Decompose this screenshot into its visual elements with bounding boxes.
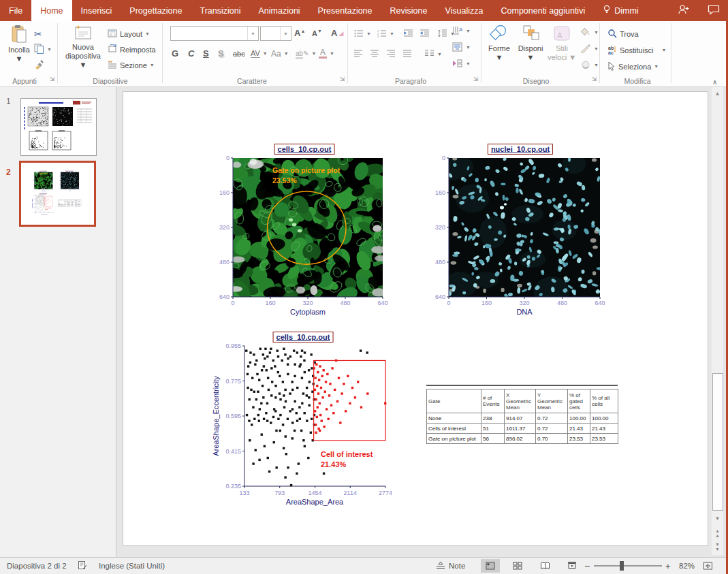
slide-1-thumbnail[interactable]	[20, 98, 97, 156]
fit-slide-to-window-button[interactable]	[703, 558, 713, 574]
tab-dimmi[interactable]: Dimmi	[594, 0, 647, 21]
font-name-dropdown-arrow[interactable]: ▼	[247, 27, 258, 40]
columns-button[interactable]: ▼	[425, 47, 442, 61]
layout-button[interactable]: Layout▼	[108, 27, 150, 41]
italic-button[interactable]: C	[188, 46, 194, 61]
underline-button[interactable]: S	[203, 46, 209, 61]
view-slide-sorter-button[interactable]	[508, 559, 527, 573]
quick-styles-button[interactable]: Stili veloci ▼	[546, 25, 577, 62]
select-button[interactable]: Seleziona▼	[607, 59, 659, 74]
change-case-button[interactable]: Aa▼	[271, 46, 289, 61]
interest-gate-label: Cell of interest	[321, 450, 373, 458]
paste-button[interactable]: Incolla ▼	[5, 25, 33, 63]
clear-formatting-button[interactable]: A◢	[331, 26, 343, 40]
appunti-dialog-launcher[interactable]: ⇲	[48, 75, 57, 84]
shape-effects-button[interactable]: ▼	[580, 58, 599, 72]
shrink-font-button[interactable]: A▼	[312, 26, 322, 40]
comments-icon[interactable]	[708, 5, 720, 17]
text-highlight-button[interactable]: ab✎▼	[296, 46, 316, 61]
tab-revisione[interactable]: Revisione	[381, 0, 437, 21]
view-slideshow-button[interactable]	[563, 559, 582, 573]
scrollbar-thumb[interactable]	[712, 373, 723, 511]
picture-gate-label: Gate on picture plot	[272, 166, 341, 174]
decrease-indent-button[interactable]	[403, 27, 413, 41]
convert-smartart-button[interactable]: ▼	[452, 57, 471, 71]
tab-componenti-aggiuntivi[interactable]: Componenti aggiuntivi	[492, 0, 594, 21]
notes-button[interactable]: Note	[436, 558, 465, 574]
section-button[interactable]: Sezione▼	[108, 58, 155, 72]
increase-indent-button[interactable]	[420, 27, 430, 41]
reset-button[interactable]: Reimposta	[108, 42, 156, 57]
proofing-status-button[interactable]	[78, 558, 87, 574]
svg-text:3: 3	[377, 35, 379, 37]
cut-button[interactable]: ✂	[34, 27, 42, 41]
font-size-combo[interactable]: ▼	[260, 26, 291, 41]
slide-2-thumbnail[interactable]: cells_10.cp.out Gate on picture plot23.5…	[19, 161, 96, 227]
scroll-down-arrow[interactable]: ▼	[712, 513, 723, 524]
strikethrough-button[interactable]: abc	[233, 46, 245, 61]
replace-button[interactable]: abacSostituisci▼	[607, 43, 666, 57]
numbering-button[interactable]: 123▼	[377, 27, 394, 41]
justify-button[interactable]	[403, 47, 412, 61]
bullets-button[interactable]: ▼	[354, 27, 371, 41]
collapse-ribbon-chevron[interactable]: ∧	[712, 78, 717, 86]
vertical-scrollbar[interactable]: ▲ ▼ ▲▲ ▼▼	[712, 87, 723, 555]
view-reading-button[interactable]	[535, 559, 554, 573]
slide-canvas[interactable]: cells_10.cp.out Gate on picture plot23.5…	[123, 91, 708, 546]
plot-nuclei-image[interactable]: nuclei_10.cp.out 01603204806400160320480…	[432, 141, 608, 323]
svg-text:320: 320	[302, 300, 313, 306]
new-slide-button[interactable]: Nuova diapositiva ▼	[63, 25, 104, 69]
font-name-combo[interactable]: ▼	[170, 26, 259, 41]
find-button[interactable]: Trova	[607, 27, 639, 41]
format-painter-button[interactable]	[34, 58, 44, 72]
align-center-button[interactable]	[370, 47, 379, 61]
shape-outline-button[interactable]: ▼	[580, 42, 599, 56]
tab-transizioni[interactable]: Transizioni	[191, 0, 249, 21]
arrange-button[interactable]: Disponi ▼	[515, 25, 546, 62]
tab-inserisci[interactable]: Inserisci	[72, 0, 121, 21]
font-size-dropdown-arrow[interactable]: ▼	[280, 27, 291, 40]
align-text-button[interactable]: ▼	[452, 40, 471, 54]
copy-button[interactable]: ▼	[34, 42, 52, 57]
character-spacing-button[interactable]: AV▼	[251, 46, 268, 61]
text-shadow-button[interactable]: S	[218, 46, 224, 61]
plot-cells-image[interactable]: cells_10.cp.out Gate on picture plot23.5…	[217, 141, 392, 322]
carattere-dialog-launcher[interactable]: ⇲	[338, 75, 347, 84]
previous-slide-button[interactable]: ▲▲	[712, 528, 723, 539]
svg-text:0.415: 0.415	[33, 207, 35, 208]
zoom-slider-track[interactable]	[594, 565, 662, 567]
paragrafo-dialog-launcher[interactable]: ⇲	[471, 75, 480, 84]
gate-results-table-object[interactable]: Gate# of EventsX Geometric MeanY Geometr…	[426, 385, 618, 444]
svg-text:160: 160	[59, 176, 61, 176]
shapes-button[interactable]: Forme ▼	[485, 25, 513, 62]
language-button[interactable]: Inglese (Stati Uniti)	[99, 558, 165, 574]
zoom-level-button[interactable]: 82%	[679, 558, 695, 574]
font-color-button[interactable]: A▼	[319, 46, 334, 61]
grow-font-button[interactable]: A▲	[294, 26, 305, 40]
scroll-up-arrow[interactable]: ▲	[712, 89, 723, 99]
align-right-button[interactable]	[387, 47, 396, 61]
paste-dropdown-arrow: ▼	[16, 54, 23, 63]
shape-fill-button[interactable]: ▼	[580, 25, 599, 39]
zoom-out-button[interactable]: −	[584, 558, 590, 574]
tab-visualizza[interactable]: Visualizza	[436, 0, 492, 21]
slide-counter[interactable]: Diapositiva 2 di 2	[7, 558, 67, 574]
view-normal-button[interactable]	[481, 559, 500, 573]
tab-presentazione[interactable]: Presentazione	[309, 0, 381, 21]
tab-animazioni[interactable]: Animazioni	[249, 0, 308, 21]
table-cell: 56	[481, 434, 505, 444]
align-left-icon	[354, 50, 363, 59]
tab-home[interactable]: Home	[31, 0, 72, 21]
zoom-slider-thumb[interactable]	[620, 561, 624, 571]
plot-scatter[interactable]: cells_10.cp.out 0.9550.7750.5950.4150.23…	[212, 329, 394, 514]
bold-button[interactable]: G	[172, 46, 178, 61]
tab-progettazione[interactable]: Progettazione	[121, 0, 191, 21]
share-person-add-icon[interactable]	[678, 4, 690, 17]
align-left-button[interactable]	[354, 47, 363, 61]
numbering-icon: 123	[377, 29, 387, 39]
next-slide-button[interactable]: ▼▼	[712, 542, 723, 553]
text-direction-button[interactable]: A▼	[452, 24, 471, 38]
zoom-in-button[interactable]: +	[665, 558, 671, 574]
disegno-dialog-launcher[interactable]: ⇲	[590, 75, 599, 84]
tab-file[interactable]: File	[0, 0, 31, 21]
